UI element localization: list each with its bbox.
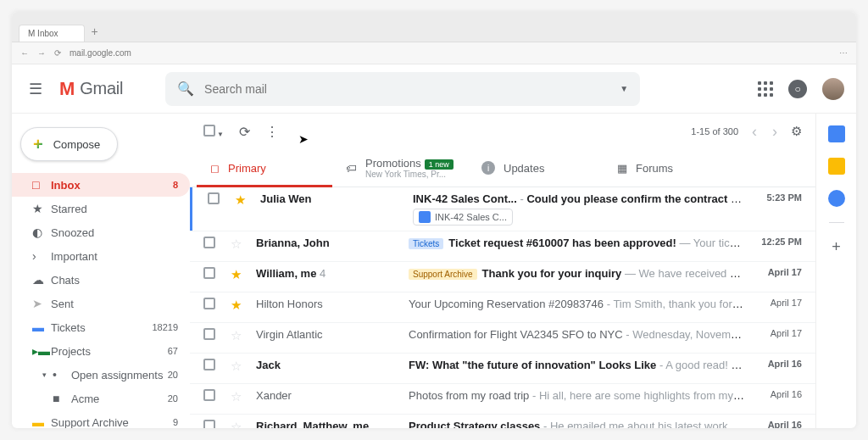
browser-tab[interactable]: M Inbox <box>19 25 85 42</box>
sidebar-icon: ■ <box>53 392 71 405</box>
row-checkbox[interactable] <box>203 298 215 309</box>
snippet: — We have received your message and ... <box>621 267 744 280</box>
tab-primary[interactable]: ◻ Primary <box>197 149 332 187</box>
logo-m-icon: M <box>59 78 75 100</box>
sidebar-icon: ◐ <box>32 226 51 239</box>
info-icon: i <box>481 161 495 175</box>
divider <box>829 222 844 223</box>
sidebar-count: 20 <box>168 370 178 380</box>
pager-next-icon[interactable]: › <box>771 123 779 141</box>
sidebar-item-support-archive[interactable]: ▬Support Archive9 <box>12 410 190 428</box>
gmail-logo[interactable]: M Gmail <box>59 78 123 100</box>
star-icon[interactable]: ★ <box>231 298 248 313</box>
hamburger-menu-icon[interactable]: ☰ <box>29 80 49 98</box>
attachment-chip[interactable]: INK-42 Sales C... <box>413 209 513 226</box>
new-tab-button[interactable]: + <box>85 25 105 42</box>
subject: FW: What "the future of innovation" Look… <box>409 359 656 371</box>
sidebar-item-snoozed[interactable]: ◐Snoozed <box>12 220 190 244</box>
snippet: - Mike Chang added a comment <box>727 192 744 205</box>
email-row[interactable]: ☆Brianna, JohnTicketsTicket request #610… <box>190 231 815 262</box>
sidebar-icon: ★ <box>32 202 51 215</box>
sidebar-item-chats[interactable]: ☁Chats <box>12 268 190 292</box>
refresh-icon[interactable]: ⟳ <box>239 124 250 140</box>
sidebar-label: Projects <box>51 345 168 358</box>
sender: Julia Wen <box>260 192 404 205</box>
row-checkbox[interactable] <box>208 192 220 204</box>
star-icon[interactable]: ☆ <box>231 237 248 252</box>
email-row[interactable]: ☆XanderPhotos from my road trip - Hi all… <box>190 384 815 415</box>
sidebar-item-sent[interactable]: ➤Sent <box>12 292 190 315</box>
mail-pane: ➤ ▼ ⟳ ⋮ 1-15 of 300 ‹ › ⚙ ◻ Primary <box>190 114 815 428</box>
compose-label: Compose <box>53 138 101 151</box>
star-icon[interactable]: ★ <box>235 192 252 208</box>
timestamp: April 16 <box>753 389 802 399</box>
sidebar-item-starred[interactable]: ★Starred <box>12 197 190 220</box>
tab-promotions[interactable]: 🏷 Promotions1 new New York Times, Pr... <box>332 149 468 187</box>
email-row[interactable]: ☆Richard, Matthew, meProduct Strategy cl… <box>190 415 815 428</box>
email-list: ★Julia WenINK-42 Sales Cont... - Could y… <box>190 187 815 428</box>
subject: Your Upcoming Reservation #20983746 <box>409 298 604 310</box>
url-text[interactable]: mail.google.com <box>70 48 131 58</box>
tasks-icon[interactable] <box>828 190 845 207</box>
browser-menu-icon[interactable]: ⋯ <box>839 48 848 58</box>
sidebar-icon: □ <box>32 178 51 192</box>
row-checkbox[interactable] <box>203 420 215 428</box>
email-row[interactable]: ☆JackFW: What "the future of innovation"… <box>190 354 815 384</box>
snippet: - Tim Smith, thank you for choosing Hilt… <box>604 298 744 310</box>
promotions-new-badge: 1 new <box>425 159 453 170</box>
row-checkbox[interactable] <box>203 328 215 340</box>
sidebar-item-tickets[interactable]: ▬Tickets18219 <box>12 315 190 339</box>
search-input[interactable] <box>204 82 620 96</box>
subject: Product Strategy classes <box>409 420 540 428</box>
email-row[interactable]: ☆Virgin AtlanticConfirmation for Flight … <box>190 323 815 354</box>
search-bar[interactable]: 🔍 ▼ <box>165 72 640 106</box>
more-menu-icon[interactable]: ⋮ <box>265 124 279 140</box>
tab-forums[interactable]: ▦ Forums <box>604 149 739 187</box>
star-icon[interactable]: ☆ <box>231 389 248 404</box>
sidebar-label: Important <box>51 250 178 263</box>
star-icon[interactable]: ☆ <box>231 359 248 374</box>
select-all-checkbox[interactable]: ▼ <box>203 125 224 139</box>
sidebar-count: 67 <box>168 346 178 356</box>
account-avatar[interactable] <box>821 76 846 102</box>
row-checkbox[interactable] <box>203 389 215 401</box>
email-row[interactable]: ★Julia WenINK-42 Sales Cont... - Could y… <box>190 187 815 231</box>
timestamp: April 17 <box>753 298 802 308</box>
snippet: - A good read! Highly recommende... <box>656 359 744 371</box>
sidebar-item-open-assignments[interactable]: ▾•Open assignments20 <box>12 363 190 387</box>
sender: Brianna, John <box>256 237 400 249</box>
snippet: - Wednesday, November 7th 2015, San... <box>623 328 744 341</box>
settings-gear-icon[interactable]: ⚙ <box>791 124 802 139</box>
star-icon[interactable]: ★ <box>231 267 248 282</box>
timestamp: April 16 <box>753 359 802 369</box>
row-checkbox[interactable] <box>203 359 215 370</box>
sender: William, me 4 <box>256 267 400 280</box>
reload-icon[interactable]: ⟳ <box>54 48 61 58</box>
sidebar-label: Sent <box>51 298 178 310</box>
search-options-dropdown-icon[interactable]: ▼ <box>620 84 628 93</box>
sidebar-item-acme[interactable]: ■Acme20 <box>12 387 190 410</box>
nav-forward-icon[interactable]: → <box>37 48 46 58</box>
sidebar-label: Acme <box>71 393 168 405</box>
tab-updates[interactable]: i Updates <box>468 149 604 187</box>
sidebar-item-projects[interactable]: ▸▬Projects67 <box>12 339 190 363</box>
star-icon[interactable]: ☆ <box>231 328 248 343</box>
notifications-icon[interactable]: ○ <box>788 80 807 98</box>
sidebar-count: 8 <box>173 180 178 190</box>
calendar-icon[interactable] <box>828 125 845 142</box>
google-apps-icon[interactable] <box>756 80 775 98</box>
subject: INK-42 Sales Cont... <box>413 192 517 205</box>
email-row[interactable]: ★Hilton HonorsYour Upcoming Reservation … <box>190 292 815 323</box>
unread-indicator <box>190 187 192 231</box>
row-checkbox[interactable] <box>203 267 215 279</box>
pager-prev-icon[interactable]: ‹ <box>750 123 759 141</box>
sidebar-item-inbox[interactable]: □Inbox8 <box>12 173 190 197</box>
nav-back-icon[interactable]: ← <box>20 48 29 58</box>
addons-plus-icon[interactable]: + <box>832 238 841 256</box>
sidebar-item-important[interactable]: ›Important <box>12 244 190 268</box>
star-icon[interactable]: ☆ <box>231 420 248 428</box>
email-row[interactable]: ★William, me 4Support ArchiveThank you f… <box>190 262 815 292</box>
compose-button[interactable]: + Compose <box>20 127 118 161</box>
keep-icon[interactable] <box>828 158 845 175</box>
row-checkbox[interactable] <box>203 237 215 248</box>
